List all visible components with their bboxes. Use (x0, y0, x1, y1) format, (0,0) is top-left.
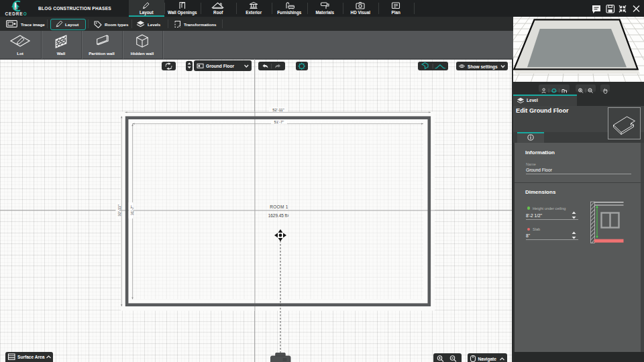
svg-text:Surface Area: Surface Area (17, 355, 45, 359)
svg-text:Navigate: Navigate (478, 356, 497, 361)
svg-text:O: O (23, 11, 27, 16)
svg-text:Ground Floor: Ground Floor (206, 64, 235, 68)
svg-text:ROOM 1: ROOM 1 (270, 204, 288, 209)
svg-text:52'-11": 52'-11" (272, 108, 284, 112)
svg-text:CEDRE: CEDRE (5, 11, 23, 16)
svg-text:31'-7": 31'-7" (130, 206, 134, 216)
svg-text:32'-11": 32'-11" (117, 204, 121, 217)
svg-text:Show settings: Show settings (468, 64, 498, 70)
svg-text:1629.45 ft²: 1629.45 ft² (268, 213, 289, 218)
svg-text:51'-7": 51'-7" (274, 120, 284, 124)
